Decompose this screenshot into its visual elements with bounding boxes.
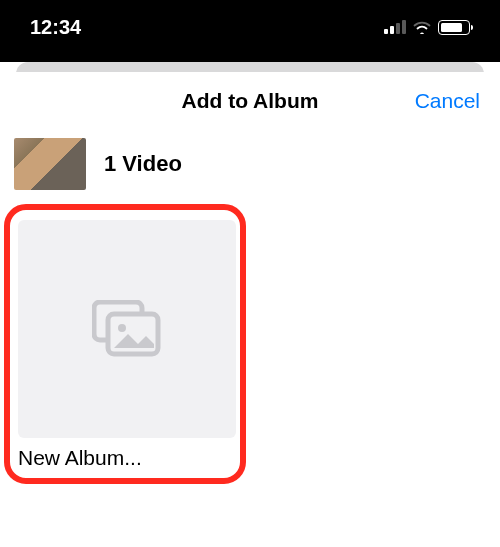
sheet-header: Add to Album Cancel xyxy=(0,72,500,130)
new-album-tile[interactable]: New Album... xyxy=(18,220,232,470)
cellular-icon xyxy=(384,20,406,34)
new-album-label: New Album... xyxy=(18,446,232,470)
album-placeholder xyxy=(18,220,236,438)
svg-point-2 xyxy=(118,324,126,332)
status-bar: 12:34 xyxy=(0,0,500,62)
cancel-button[interactable]: Cancel xyxy=(415,89,480,113)
pictures-icon xyxy=(92,300,162,358)
albums-grid: New Album... xyxy=(0,204,500,484)
status-time: 12:34 xyxy=(30,16,81,39)
selection-summary: 1 Video xyxy=(0,130,500,204)
selected-video-thumbnail xyxy=(14,138,86,190)
add-to-album-sheet: Add to Album Cancel 1 Video xyxy=(0,72,500,547)
status-icons xyxy=(384,20,470,35)
sheet-title: Add to Album xyxy=(182,89,319,113)
battery-icon xyxy=(438,20,470,35)
wifi-icon xyxy=(412,20,432,34)
highlight-annotation: New Album... xyxy=(4,204,246,484)
selection-count-label: 1 Video xyxy=(104,151,182,177)
